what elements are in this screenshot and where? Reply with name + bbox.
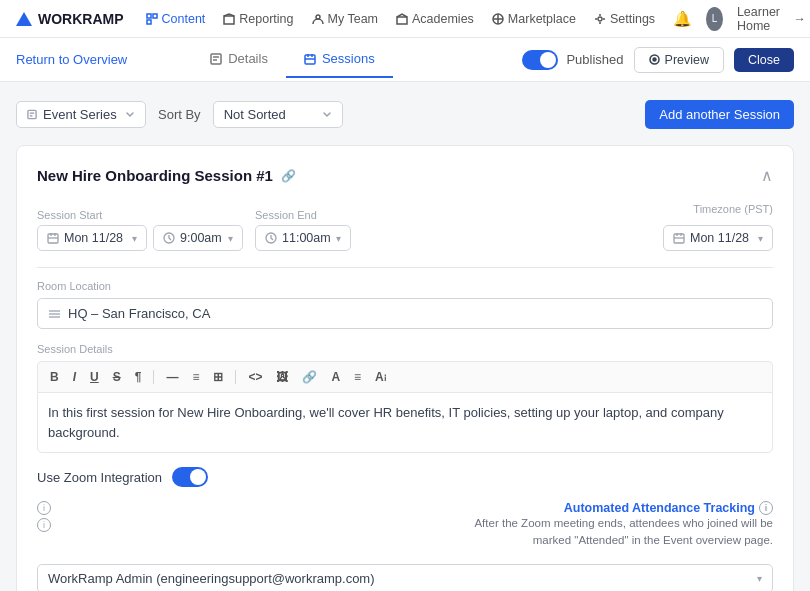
- code-button[interactable]: <>: [244, 368, 266, 386]
- text-size-button[interactable]: Aᵢ: [371, 368, 390, 386]
- content-icon: [146, 13, 158, 25]
- session-link-icon[interactable]: 🔗: [281, 169, 296, 183]
- start-time-input[interactable]: 9:00am ▾: [153, 225, 243, 251]
- nav-user[interactable]: Learner Home →: [737, 5, 806, 33]
- session-end-group: Session End 11:00am ▾: [255, 209, 351, 251]
- sub-tabs: Details Sessions: [192, 41, 393, 78]
- svg-point-16: [653, 58, 656, 61]
- avatar: L: [706, 7, 723, 31]
- add-session-button[interactable]: Add another Session: [645, 100, 794, 129]
- nav-academies[interactable]: Academies: [396, 12, 474, 26]
- attendance-title: Automated Attendance Tracking i: [59, 501, 773, 515]
- end-time-chevron: ▾: [336, 233, 341, 244]
- attendance-section: i i Automated Attendance Tracking i Afte…: [37, 501, 773, 550]
- logo-icon: [16, 12, 32, 26]
- start-date-chevron: ▾: [132, 233, 137, 244]
- session-details-label: Session Details: [37, 343, 773, 355]
- link-button[interactable]: 🔗: [298, 368, 321, 386]
- svg-rect-8: [211, 54, 221, 64]
- event-series-icon: [27, 109, 37, 120]
- info-icon-1[interactable]: i: [37, 501, 51, 515]
- svg-rect-0: [147, 14, 151, 18]
- session-details-body[interactable]: In this first session for New Hire Onboa…: [37, 392, 773, 453]
- room-label: Room Location: [37, 280, 773, 292]
- toolbar-row: Event Series Sort By Not Sorted Add anot…: [16, 100, 794, 129]
- svg-rect-2: [147, 20, 151, 24]
- clock-icon-end: [265, 232, 277, 244]
- nav-my-team[interactable]: My Team: [312, 12, 378, 26]
- session-details-section: Session Details B I U S ¶ — ≡ ⊞ <> 🖼 🔗 Α…: [37, 343, 773, 453]
- marketplace-icon: [492, 13, 504, 25]
- main-content: Event Series Sort By Not Sorted Add anot…: [0, 82, 810, 591]
- reporting-icon: [223, 13, 235, 25]
- info-icon-2[interactable]: i: [37, 518, 51, 532]
- table-button[interactable]: ⊞: [209, 368, 227, 386]
- session-start-group: Session Start Mon 11/28 ▾ 9:00am ▾: [37, 209, 243, 251]
- zoom-label: Use Zoom Integration: [37, 470, 162, 485]
- start-date-input[interactable]: Mon 11/28 ▾: [37, 225, 147, 251]
- strikethrough-button[interactable]: S: [109, 368, 125, 386]
- event-series-chevron: [125, 111, 135, 119]
- notification-icon[interactable]: 🔔: [673, 10, 692, 28]
- preview-icon: [649, 54, 660, 65]
- sort-chevron: [322, 111, 332, 119]
- alpha-button[interactable]: Α: [327, 368, 344, 386]
- underline-button[interactable]: U: [86, 368, 103, 386]
- brand-name: WORKRAMP: [38, 11, 124, 27]
- sessions-tab-icon: [304, 53, 316, 65]
- attendance-info-icon[interactable]: i: [759, 501, 773, 515]
- tab-details[interactable]: Details: [192, 41, 286, 78]
- end-time-input[interactable]: 11:00am ▾: [255, 225, 351, 251]
- session-card: New Hire Onboarding Session #1 🔗 ∧ Sessi…: [16, 145, 794, 591]
- editor-toolbar: B I U S ¶ — ≡ ⊞ <> 🖼 🔗 Α ≡ Aᵢ: [37, 361, 773, 392]
- hr-button[interactable]: —: [162, 368, 182, 386]
- nav-marketplace[interactable]: Marketplace: [492, 12, 576, 26]
- collapse-icon[interactable]: ∧: [761, 166, 773, 185]
- return-overview-link[interactable]: Return to Overview: [16, 52, 127, 67]
- list-button[interactable]: ≡: [188, 368, 203, 386]
- divider-1: [37, 267, 773, 268]
- sort-by-label: Sort By: [158, 107, 201, 122]
- top-nav: WORKRAMP Content Reporting My Team Acade…: [0, 0, 810, 38]
- nav-right: 🔔 L Learner Home →: [673, 5, 806, 33]
- svg-rect-17: [28, 110, 36, 118]
- close-button[interactable]: Close: [734, 48, 794, 72]
- published-toggle: Published: [522, 50, 623, 70]
- toolbar-sep-1: [153, 370, 154, 384]
- nav-reporting[interactable]: Reporting: [223, 12, 293, 26]
- session-card-header: New Hire Onboarding Session #1 🔗 ∧: [37, 166, 773, 185]
- paragraph-button[interactable]: ¶: [131, 368, 146, 386]
- image-button[interactable]: 🖼: [272, 368, 292, 386]
- session-title: New Hire Onboarding Session #1 🔗: [37, 167, 296, 184]
- zoom-toggle-dot: [190, 469, 206, 485]
- host-chevron: ▾: [757, 573, 762, 584]
- published-toggle-pill[interactable]: [522, 50, 558, 70]
- calendar-icon: [47, 232, 59, 244]
- align-button[interactable]: ≡: [350, 368, 365, 386]
- end-date-chevron: ▾: [758, 233, 763, 244]
- host-select[interactable]: WorkRamp Admin (engineeringsupport@workr…: [37, 564, 773, 592]
- calendar-icon-end: [673, 232, 685, 244]
- event-series-select[interactable]: Event Series: [16, 101, 146, 128]
- zoom-toggle[interactable]: [172, 467, 208, 487]
- attendance-right: Automated Attendance Tracking i After th…: [59, 501, 773, 550]
- svg-rect-3: [224, 16, 234, 24]
- session-end-label: Session End: [255, 209, 351, 221]
- room-input[interactable]: HQ – San Francisco, CA: [37, 298, 773, 329]
- italic-button[interactable]: I: [69, 368, 80, 386]
- attendance-desc: After the Zoom meeting ends, attendees w…: [453, 515, 773, 550]
- end-date-input[interactable]: Mon 11/28 ▾: [663, 225, 773, 251]
- published-label: Published: [566, 52, 623, 67]
- preview-button[interactable]: Preview: [634, 47, 724, 73]
- logo[interactable]: WORKRAMP: [16, 11, 124, 27]
- room-section: Room Location HQ – San Francisco, CA: [37, 280, 773, 329]
- start-time-chevron: ▾: [228, 233, 233, 244]
- sub-header-right: Published Preview Close: [522, 47, 794, 73]
- tab-sessions[interactable]: Sessions: [286, 41, 393, 78]
- sort-select[interactable]: Not Sorted: [213, 101, 343, 128]
- nav-content[interactable]: Content: [146, 12, 206, 26]
- bold-button[interactable]: B: [46, 368, 63, 386]
- nav-settings[interactable]: Settings: [594, 12, 655, 26]
- svg-rect-5: [397, 17, 407, 24]
- clock-icon-start: [163, 232, 175, 244]
